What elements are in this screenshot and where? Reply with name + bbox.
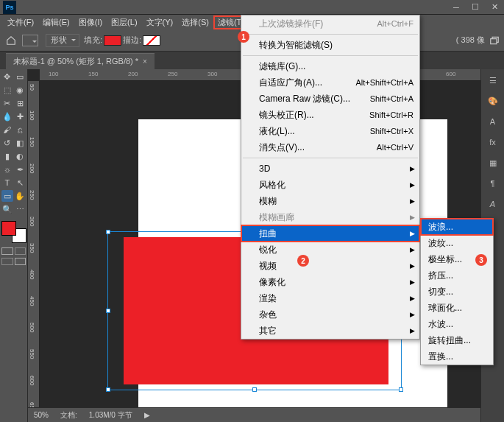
menu-item[interactable]: 消失点(V)...Alt+Ctrl+V [241, 139, 419, 155]
handle-ml[interactable] [106, 309, 110, 313]
submenu-item[interactable]: 旋转扭曲... [421, 332, 493, 348]
stroke-swatch[interactable] [143, 35, 160, 46]
type-value: ( 398 像 [456, 35, 485, 46]
filter-menu: 上次滤镜操作(F)Alt+Ctrl+F转换为智能滤镜(S)滤镜库(G)...自适… [241, 15, 420, 340]
fill-label: 填充: [84, 35, 102, 46]
pen-tool[interactable]: ✒ [15, 163, 26, 175]
document-tab-title: 未标题-1 @ 50% (矩形 1, RGB/8) * [13, 56, 138, 67]
glyphs-panel-icon[interactable]: A [486, 197, 500, 211]
eyedropper-tool[interactable]: 💧 [1, 110, 13, 122]
menu-item[interactable]: 滤镜库(G)... [241, 58, 419, 74]
menu-2[interactable]: 图像(I) [74, 15, 107, 29]
submenu-item[interactable]: 球面化... [421, 300, 493, 316]
menu-item[interactable]: 其它▶ [241, 323, 419, 339]
rectangle-tool[interactable]: ▭ [1, 190, 13, 202]
menu-item[interactable]: 风格化▶ [241, 177, 419, 193]
artboard-tool[interactable]: ▭ [15, 71, 26, 82]
menu-item[interactable]: 杂色▶ [241, 306, 419, 323]
color-swatches[interactable] [1, 221, 26, 243]
lasso-tool[interactable]: ◉ [15, 84, 26, 96]
styles-panel-icon[interactable]: fx [486, 136, 500, 149]
left-toolbar: ✥▭ ⬚◉ ✂⊞ 💧✚ 🖌⎌ ↺◧ ▮◐ ☼✒ T↖ ▭✋ 🔍⋯ [0, 69, 28, 422]
window-controls: ─ ☐ ✕ [447, 1, 504, 14]
clone-tool[interactable]: ⎌ [15, 124, 26, 136]
menu-4[interactable]: 文字(Y) [142, 15, 178, 29]
handle-br[interactable] [399, 387, 403, 392]
menu-item[interactable]: 镜头校正(R)...Shift+Ctrl+R [241, 107, 419, 123]
doc-label: 文档: [60, 410, 77, 421]
submenu-item[interactable]: 挤压... [421, 267, 493, 284]
menu-item[interactable]: 转换为智能滤镜(S) [241, 37, 419, 53]
brush-tool[interactable]: 🖌 [1, 124, 13, 136]
edit-toolbar[interactable]: ⋯ [15, 203, 26, 215]
menu-item[interactable]: 自适应广角(A)...Alt+Shift+Ctrl+A [241, 74, 419, 91]
maximize-button[interactable]: ☐ [466, 1, 485, 14]
shape-mode-select[interactable]: 形状 [46, 34, 79, 47]
type-tool[interactable]: T [1, 177, 13, 189]
title-bar: Ps ─ ☐ ✕ [0, 0, 504, 15]
handle-tl[interactable] [106, 230, 110, 234]
menu-item: 模糊画廊▶ [241, 209, 419, 225]
menu-0[interactable]: 文件(F) [3, 15, 38, 29]
submenu-item[interactable]: 切变... [421, 284, 493, 300]
hand-tool[interactable]: ✋ [15, 190, 26, 202]
foreground-swatch[interactable] [1, 221, 16, 236]
menu-item[interactable]: 像素化▶ [241, 274, 419, 290]
annotation-badge-1: 1 [238, 31, 249, 43]
character-panel-icon[interactable]: A [486, 115, 500, 128]
document-tab[interactable]: 未标题-1 @ 50% (矩形 1, RGB/8) * × [6, 53, 155, 69]
svg-rect-0 [491, 38, 497, 43]
type-readout: ( 398 像 [456, 35, 500, 46]
marquee-tool[interactable]: ⬚ [1, 84, 13, 96]
annotation-badge-3: 3 [475, 254, 487, 266]
submenu-item[interactable]: 水波... [421, 316, 493, 332]
blur-tool[interactable]: ◐ [15, 150, 26, 162]
path-tool[interactable]: ↖ [15, 177, 26, 189]
handle-bl[interactable] [106, 387, 110, 392]
menu-item[interactable]: 模糊▶ [241, 193, 419, 209]
menu-item[interactable]: 液化(L)...Shift+Ctrl+X [241, 123, 419, 139]
screenmode-toggle[interactable] [1, 258, 26, 265]
dodge-tool[interactable]: ☼ [1, 163, 13, 175]
close-tab-icon[interactable]: × [143, 57, 147, 66]
annotation-badge-2: 2 [297, 255, 309, 267]
eraser-tool[interactable]: ◧ [15, 137, 26, 149]
vertical-ruler: 50100150200250300350400450500550600650 [28, 81, 40, 407]
frame-tool[interactable]: ⊞ [15, 97, 26, 109]
menu-1[interactable]: 编辑(E) [38, 15, 74, 29]
paragraph-panel-icon[interactable]: ¶ [486, 177, 500, 190]
heal-tool[interactable]: ✚ [15, 110, 26, 122]
menu-item[interactable]: 锐化▶ [241, 242, 419, 258]
fill-swatch[interactable] [104, 35, 121, 46]
quickmask-toggle[interactable] [1, 247, 26, 255]
close-button[interactable]: ✕ [485, 1, 504, 14]
menu-item[interactable]: 视频▶ [241, 258, 419, 274]
menu-item[interactable]: 扭曲▶ [241, 225, 419, 242]
tool-preset[interactable] [22, 35, 38, 46]
submenu-item[interactable]: 波浪... [421, 219, 493, 235]
color-panel-icon[interactable]: 🎨 [486, 94, 500, 108]
share-icon[interactable] [489, 35, 500, 46]
history-brush-tool[interactable]: ↺ [1, 137, 13, 149]
doc-size: 1.03M/0 字节 [89, 410, 132, 421]
menu-item[interactable]: 3D▶ [241, 161, 419, 177]
status-arrow-icon[interactable]: ▶ [144, 411, 150, 419]
distort-submenu: 波浪...波纹...极坐标...挤压...切变...球面化...水波...旋转扭… [420, 218, 494, 365]
move-tool[interactable]: ✥ [1, 71, 13, 82]
home-icon[interactable] [4, 34, 18, 47]
swatches-panel-icon[interactable]: ▦ [486, 156, 500, 169]
history-panel-icon[interactable]: ☰ [486, 74, 500, 87]
zoom-tool[interactable]: 🔍 [1, 203, 13, 215]
handle-bm[interactable] [252, 387, 257, 392]
menu-item[interactable]: 渲染▶ [241, 290, 419, 306]
status-bar: 50% 文档: 1.03M/0 字节 ▶ [28, 407, 480, 422]
zoom-level[interactable]: 50% [34, 411, 49, 419]
submenu-item[interactable]: 波纹... [421, 235, 493, 251]
submenu-item[interactable]: 置换... [421, 348, 493, 365]
menu-5[interactable]: 选择(S) [177, 15, 213, 29]
menu-3[interactable]: 图层(L) [107, 15, 141, 29]
crop-tool[interactable]: ✂ [1, 97, 13, 109]
minimize-button[interactable]: ─ [447, 1, 466, 14]
menu-item[interactable]: Camera Raw 滤镜(C)...Shift+Ctrl+A [241, 91, 419, 107]
gradient-tool[interactable]: ▮ [1, 150, 13, 162]
